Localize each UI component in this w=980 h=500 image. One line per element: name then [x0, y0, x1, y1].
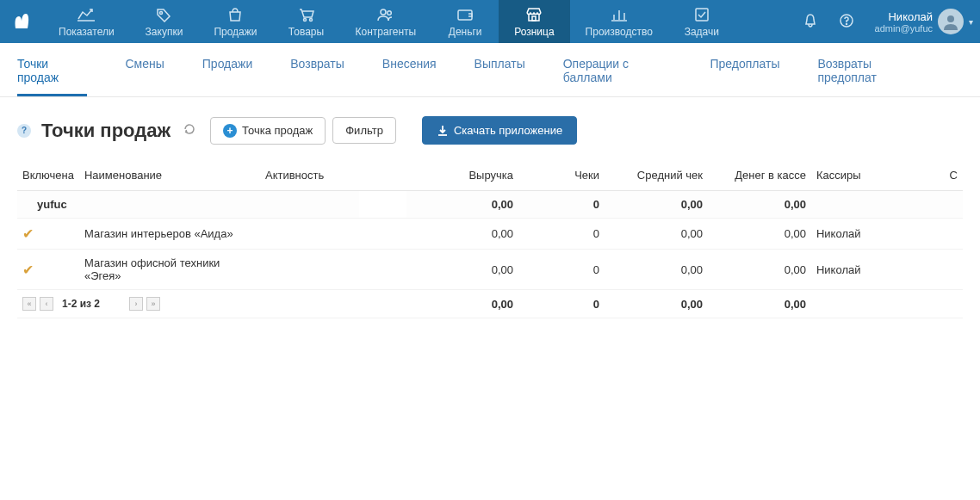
- wallet-icon: [456, 6, 474, 23]
- tab-points-ops[interactable]: Операции с баллами: [563, 43, 673, 96]
- pager: « ‹ 1-2 из 2 › »: [22, 297, 401, 311]
- svg-rect-6: [458, 10, 472, 20]
- app-logo[interactable]: [0, 0, 43, 43]
- col-activity[interactable]: Активность: [260, 160, 406, 191]
- svg-rect-7: [532, 16, 536, 21]
- tab-prepayment-returns[interactable]: Возвраты предоплат: [817, 43, 925, 96]
- chevron-down-icon: ▾: [969, 17, 973, 27]
- bell-icon[interactable]: [792, 13, 828, 31]
- col-avg[interactable]: Средний чек: [605, 160, 708, 191]
- refresh-icon[interactable]: [183, 122, 196, 139]
- pager-first[interactable]: «: [22, 297, 36, 311]
- top-navbar: Показатели Закупки Продажи Товары Контра…: [0, 0, 980, 43]
- table-total-row: « ‹ 1-2 из 2 › » 0,00 0 0,00 0,00: [17, 290, 963, 318]
- nav-purchases[interactable]: Закупки: [130, 0, 199, 43]
- download-app-button[interactable]: Скачать приложение: [422, 116, 577, 145]
- col-checks[interactable]: Чеки: [518, 160, 605, 191]
- tab-deposits[interactable]: Внесения: [382, 43, 437, 96]
- sub-navigation: Точки продаж Смены Продажи Возвраты Внес…: [0, 43, 980, 97]
- svg-point-5: [388, 10, 392, 15]
- svg-rect-12: [696, 9, 708, 21]
- col-revenue[interactable]: Выручка: [406, 160, 518, 191]
- cart-icon: [298, 6, 315, 23]
- svg-point-3: [309, 18, 312, 21]
- nav-sales[interactable]: Продажи: [198, 0, 272, 43]
- tab-prepayments[interactable]: Предоплаты: [710, 43, 779, 96]
- nav-production[interactable]: Производство: [570, 0, 668, 43]
- col-enabled[interactable]: Включена: [17, 160, 79, 191]
- table-row[interactable]: ✔ Магазин интерьеров «Аида» 0,00 0 0,00 …: [17, 219, 963, 250]
- check-square-icon: [694, 6, 710, 23]
- filter-button[interactable]: Фильтр: [332, 117, 396, 144]
- col-last[interactable]: С: [928, 160, 963, 191]
- tag-icon: [155, 6, 172, 23]
- plus-circle-icon: +: [223, 124, 237, 138]
- nav-indicators[interactable]: Показатели: [43, 0, 130, 43]
- svg-point-15: [947, 15, 954, 22]
- nav-money[interactable]: Деньги: [431, 0, 499, 43]
- pager-text: 1-2 из 2: [62, 298, 100, 310]
- pager-next[interactable]: ›: [129, 297, 143, 311]
- tab-payouts[interactable]: Выплаты: [474, 43, 525, 96]
- col-cash[interactable]: Денег в кассе: [708, 160, 811, 191]
- table-row[interactable]: ✔ Магазин офисной техники «Эгея» 0,00 0 …: [17, 250, 963, 290]
- nav-retail[interactable]: Розница: [499, 0, 569, 43]
- help-badge-icon[interactable]: ?: [17, 124, 31, 138]
- tab-shifts[interactable]: Смены: [125, 43, 164, 96]
- svg-point-2: [303, 18, 306, 21]
- download-icon: [437, 125, 449, 137]
- svg-point-1: [160, 11, 163, 14]
- bar-chart-icon: [611, 6, 628, 23]
- data-table: Включена Наименование Активность Выручка…: [0, 160, 980, 318]
- svg-point-14: [846, 23, 847, 24]
- help-icon[interactable]: [828, 13, 865, 31]
- user-menu[interactable]: Николай admin@yufuc ▾: [865, 9, 973, 34]
- store-icon: [525, 6, 543, 23]
- nav-counterparties[interactable]: Контрагенты: [340, 0, 432, 43]
- user-login: admin@yufuc: [875, 23, 933, 34]
- user-name: Николай: [875, 10, 933, 23]
- pager-last[interactable]: »: [146, 297, 160, 311]
- bag-icon: [227, 6, 243, 23]
- pager-prev[interactable]: ‹: [40, 297, 53, 311]
- nav-items: Показатели Закупки Продажи Товары Контра…: [43, 0, 785, 43]
- avatar-icon: [938, 9, 964, 34]
- tab-sales[interactable]: Продажи: [202, 43, 252, 96]
- toolbar: ? Точки продаж +Точка продаж Фильтр Скач…: [0, 97, 980, 160]
- col-name[interactable]: Наименование: [79, 160, 260, 191]
- page-title: Точки продаж: [41, 120, 171, 142]
- users-icon: [376, 6, 395, 23]
- tab-returns[interactable]: Возвраты: [290, 43, 344, 96]
- svg-point-4: [381, 9, 386, 15]
- col-cashiers[interactable]: Кассиры: [811, 160, 928, 191]
- nav-right: Николай admin@yufuc ▾: [785, 0, 980, 43]
- nav-tasks[interactable]: Задачи: [668, 0, 735, 43]
- add-pos-button[interactable]: +Точка продаж: [210, 117, 326, 145]
- nav-goods[interactable]: Товары: [273, 0, 340, 43]
- table-header-row: Включена Наименование Активность Выручка…: [17, 160, 963, 191]
- chart-line-icon: [77, 6, 96, 23]
- check-icon: ✔: [22, 226, 34, 241]
- tab-points-of-sale[interactable]: Точки продаж: [17, 43, 87, 96]
- check-icon: ✔: [22, 262, 34, 277]
- table-group-row[interactable]: yufuc 0,00 0 0,00 0,00: [17, 191, 963, 219]
